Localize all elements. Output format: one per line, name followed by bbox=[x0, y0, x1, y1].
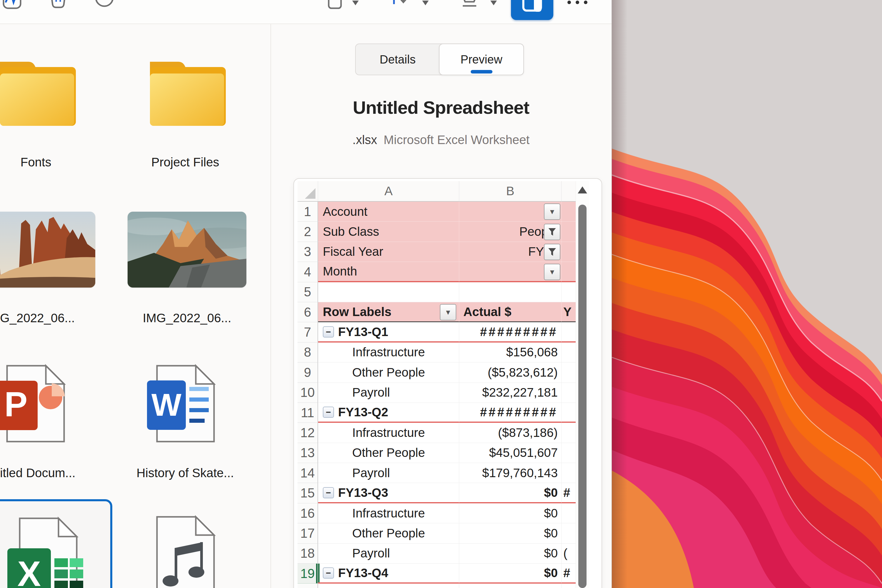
cell-b: $156,068 bbox=[459, 342, 561, 363]
delete-icon[interactable] bbox=[49, 0, 68, 9]
cell-b: $0 bbox=[459, 584, 561, 588]
sort-icon[interactable] bbox=[392, 0, 413, 12]
cell-a: Infrastructure bbox=[318, 584, 459, 588]
folder-icon bbox=[0, 59, 76, 131]
tab-preview[interactable]: Preview bbox=[439, 44, 524, 75]
preview-pane-toggle-button[interactable] bbox=[511, 0, 553, 20]
row-number: 3 bbox=[297, 242, 318, 262]
select-all-cell bbox=[297, 181, 318, 202]
preview-scrollbar[interactable] bbox=[576, 181, 589, 588]
cell-b: ($5,823,612) bbox=[459, 363, 561, 382]
desktop-wallpaper bbox=[612, 0, 882, 588]
row-number: 9 bbox=[297, 363, 318, 382]
chevron-down-icon: ▾ bbox=[446, 308, 450, 316]
word-icon: W bbox=[146, 364, 235, 443]
file-label[interactable]: History of Skate... bbox=[136, 466, 234, 480]
column-header-a: A bbox=[318, 181, 459, 202]
cell-b: $45,051,607 bbox=[459, 443, 561, 463]
collapse-icon: − bbox=[323, 326, 334, 338]
funnel-icon bbox=[548, 248, 556, 256]
cell-a-text: FY13-Q3 bbox=[338, 486, 388, 500]
file-item-project-files[interactable] bbox=[146, 59, 226, 132]
cell-c bbox=[561, 202, 576, 222]
file-item-excel-selected[interactable]: X bbox=[0, 499, 112, 588]
row-number: 2 bbox=[297, 222, 318, 242]
window-shadow bbox=[612, 0, 627, 588]
row-number: 1 bbox=[297, 202, 318, 222]
cell-a-text: Row Labels bbox=[323, 305, 392, 319]
cell-a-text: Other People bbox=[352, 366, 425, 380]
folder-icon bbox=[146, 59, 226, 131]
chevron-down-icon: ▾ bbox=[550, 268, 554, 276]
file-label[interactable]: IMG_2022_06... bbox=[142, 311, 231, 325]
spreadsheet: A B 1AccountAll▾2Sub ClassPeople3Fiscal … bbox=[297, 181, 576, 588]
cell-b: $0 bbox=[459, 564, 561, 584]
cell-a-text: FY13-Q1 bbox=[338, 325, 388, 339]
copy-chevron-icon[interactable] bbox=[352, 1, 358, 5]
cell-c: Y bbox=[561, 302, 576, 322]
cell-c bbox=[561, 322, 576, 342]
sheet-row: 16Infrastructure$0 bbox=[297, 503, 576, 524]
file-label[interactable]: G_2022_06... bbox=[0, 311, 75, 325]
preview-file-title: Untitled Spreadsheet bbox=[270, 97, 612, 118]
row-number: 18 bbox=[297, 544, 318, 564]
copy-icon[interactable] bbox=[322, 0, 343, 12]
cell-a: Payroll bbox=[318, 383, 459, 403]
file-label[interactable]: Fonts bbox=[20, 155, 51, 170]
cell-a-text: Other People bbox=[352, 526, 425, 540]
file-item-image-desert[interactable] bbox=[0, 212, 95, 288]
row-number: 17 bbox=[297, 524, 318, 543]
file-item-audio[interactable] bbox=[146, 515, 235, 588]
column-header-c bbox=[561, 181, 576, 202]
collapse-icon: − bbox=[323, 487, 334, 498]
scroll-up-icon[interactable] bbox=[578, 186, 587, 194]
sheet-row: 2Sub ClassPeople bbox=[297, 222, 576, 242]
cell-a-text: Payroll bbox=[352, 466, 390, 480]
tab-details[interactable]: Details bbox=[356, 44, 440, 75]
file-item-powerpoint[interactable]: P bbox=[0, 364, 82, 443]
sort-chevron-icon[interactable] bbox=[422, 1, 429, 5]
sheet-row: 5 bbox=[297, 282, 576, 302]
sheet-row: 12Infrastructure($873,186) bbox=[297, 423, 576, 443]
cell-c bbox=[561, 242, 576, 262]
file-item-image-mountain[interactable] bbox=[128, 212, 246, 288]
view-icon[interactable] bbox=[459, 0, 480, 12]
sheet-row: 19−FY13-Q4$0# bbox=[297, 564, 576, 584]
cell-b: ######### bbox=[459, 322, 561, 342]
row-number: 14 bbox=[297, 463, 318, 483]
sheet-rows: 1AccountAll▾2Sub ClassPeople3Fiscal Year… bbox=[297, 202, 576, 588]
cell-b: ($873,186) bbox=[459, 423, 561, 443]
screen: Fonts Project Files bbox=[0, 0, 882, 588]
excel-icon: X bbox=[8, 516, 96, 588]
image-thumbnail bbox=[0, 212, 95, 288]
file-label[interactable]: Project Files bbox=[151, 155, 219, 170]
row-labels-dropdown-button: ▾ bbox=[440, 304, 456, 321]
cell-b bbox=[459, 282, 561, 302]
cell-b: $0 bbox=[459, 483, 561, 503]
file-label[interactable]: itled Docum... bbox=[0, 466, 75, 480]
chevron-down-icon: ▾ bbox=[550, 208, 554, 216]
file-item-word[interactable]: W bbox=[146, 364, 235, 443]
cell-a-text: Infrastructure bbox=[352, 586, 425, 588]
cell-b: $232,227,181 bbox=[459, 383, 561, 403]
view-chevron-icon[interactable] bbox=[490, 1, 497, 5]
scrollbar-thumb[interactable] bbox=[578, 205, 586, 588]
file-item-fonts[interactable] bbox=[0, 59, 76, 132]
info-icon[interactable] bbox=[94, 0, 114, 9]
row-number: 5 bbox=[297, 282, 318, 302]
cell-c bbox=[561, 584, 576, 588]
tab-details-label: Details bbox=[380, 53, 416, 66]
sheet-row: 17Other People$0 bbox=[297, 524, 576, 543]
audio-icon bbox=[146, 515, 235, 588]
collapse-icon: − bbox=[323, 406, 334, 418]
cell-a-text: Account bbox=[323, 205, 368, 219]
svg-text:W: W bbox=[152, 387, 182, 423]
sheet-row: 10Payroll$232,227,181 bbox=[297, 383, 576, 403]
share-icon[interactable] bbox=[2, 0, 22, 9]
cell-a: Other People bbox=[318, 443, 459, 463]
sheet-row: 11−FY13-Q2######### bbox=[297, 403, 576, 423]
powerpoint-icon: P bbox=[0, 364, 82, 443]
sheet-row: 15−FY13-Q3$0# bbox=[297, 483, 576, 503]
cell-a: Infrastructure bbox=[318, 342, 459, 363]
cell-b: $0 bbox=[459, 503, 561, 524]
